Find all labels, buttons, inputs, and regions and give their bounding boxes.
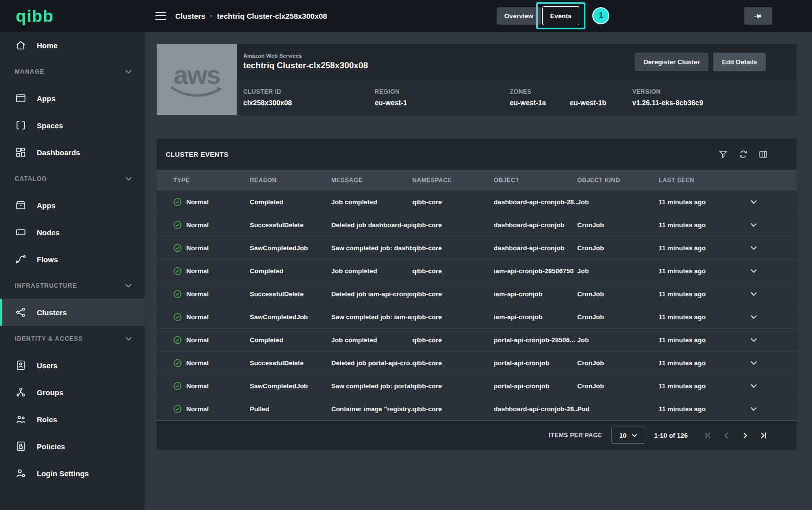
event-object: iam-api-cronjob (494, 290, 577, 298)
table-row[interactable]: Normal SawCompletedJob Saw completed job… (157, 305, 797, 328)
sidebar-item-clusters[interactable]: Clusters (0, 299, 145, 326)
event-type-cell: Normal (173, 221, 250, 229)
success-check-icon (173, 267, 182, 275)
qibb-logo[interactable]: qibb (16, 6, 54, 26)
aws-logo-text: aws (174, 62, 220, 88)
event-object-kind: CronJob (577, 290, 659, 298)
success-check-icon (173, 359, 182, 367)
last-page-icon[interactable] (759, 431, 768, 440)
sidebar-item-nodes[interactable]: Nodes (0, 219, 145, 246)
event-message: Job completed (331, 198, 412, 206)
pagination-controls (704, 431, 768, 440)
pin-icon (753, 10, 764, 21)
events-card-header: CLUSTER EVENTS (157, 139, 797, 170)
table-row[interactable]: Normal Pulled Container image "registry.… (157, 397, 797, 420)
sidebar-item-policies[interactable]: Policies (0, 433, 145, 460)
cluster-summary-card: aws Amazon Web Services techtriq Cluster… (157, 44, 797, 115)
table-row[interactable]: Normal Completed Job completed qibb-core… (157, 328, 797, 351)
sidebar-item-label: Nodes (37, 228, 60, 237)
tab-events[interactable]: Events (542, 6, 580, 25)
row-expand-button[interactable] (740, 407, 768, 411)
event-last-seen: 11 minutes ago (659, 405, 740, 413)
table-columns-icon[interactable] (759, 150, 768, 159)
success-check-icon (173, 382, 182, 390)
provider-label: Amazon Web Services (243, 53, 368, 59)
event-object: dashboard-api-cronjob (494, 244, 577, 252)
chevron-down-icon (125, 177, 132, 181)
deregister-cluster-button[interactable]: Deregister Cluster (635, 53, 708, 71)
sidebar-item-users[interactable]: Users (0, 352, 145, 379)
sidebar-item-apps-catalog[interactable]: Apps (0, 192, 145, 219)
prev-page-icon[interactable] (722, 431, 731, 440)
event-reason: Completed (250, 336, 331, 344)
first-page-icon[interactable] (704, 431, 712, 440)
sidebar-item-login-settings[interactable]: Login Settings (0, 460, 145, 487)
event-type-cell: Normal (173, 382, 250, 390)
sidebar-item-flows[interactable]: Flows (0, 246, 145, 273)
table-row[interactable]: Normal Completed Job completed qibb-core… (157, 259, 797, 282)
sidebar-section-infrastructure[interactable]: INFRASTRUCTURE (0, 273, 145, 299)
chevron-down-icon (750, 384, 757, 388)
row-expand-button[interactable] (740, 292, 768, 296)
event-reason: Completed (250, 267, 331, 275)
table-row[interactable]: Normal SuccessfulDelete Deleted job dash… (157, 213, 797, 236)
sidebar-item-apps-manage[interactable]: Apps (0, 85, 145, 112)
row-expand-button[interactable] (740, 223, 768, 227)
success-check-icon (173, 336, 182, 344)
sidebar-section-identity-access[interactable]: IDENTITY & ACCESS (0, 326, 145, 352)
filter-icon[interactable] (719, 150, 728, 159)
event-message: Deleted job dashboard-api... (331, 221, 412, 229)
row-expand-button[interactable] (740, 269, 768, 273)
event-object-kind: CronJob (577, 313, 659, 321)
tab-overview[interactable]: Overview (497, 7, 541, 25)
table-row[interactable]: Normal SuccessfulDelete Deleted job port… (157, 351, 797, 374)
row-expand-button[interactable] (740, 361, 768, 365)
menu-icon[interactable] (155, 12, 166, 20)
pin-button[interactable] (744, 7, 772, 25)
table-row[interactable]: Normal Completed Job completed qibb-core… (157, 190, 797, 213)
page-size-select[interactable]: 10 (611, 427, 645, 444)
sidebar-item-spaces[interactable]: Spaces (0, 112, 145, 139)
event-object-kind: CronJob (577, 359, 659, 367)
sidebar-section-catalog[interactable]: CATALOG (0, 166, 145, 192)
breadcrumb-clusters-link[interactable]: Clusters (175, 12, 205, 20)
event-namespace: qibb-core (412, 382, 494, 390)
topbar: qibb Clusters • techtriq Cluster-clx258x… (0, 0, 812, 32)
event-object: iam-api-cronjob (494, 313, 577, 321)
sidebar-section-manage[interactable]: MANAGE (0, 59, 145, 85)
sidebar-item-dashboards[interactable]: Dashboards (0, 139, 145, 166)
sidebar-item-groups[interactable]: Groups (0, 379, 145, 406)
flows-icon (15, 253, 27, 265)
event-last-seen: 11 minutes ago (659, 336, 740, 344)
aws-provider-logo: aws (157, 44, 237, 115)
sidebar-item-label: Flows (37, 255, 58, 264)
event-type: Normal (186, 267, 209, 275)
event-namespace: qibb-core (412, 313, 494, 321)
row-expand-button[interactable] (740, 246, 768, 250)
row-expand-button[interactable] (740, 315, 768, 319)
refresh-icon[interactable] (739, 150, 748, 159)
sidebar-item-home[interactable]: Home (0, 32, 145, 59)
event-object-kind: Job (577, 198, 659, 206)
event-last-seen: 11 minutes ago (659, 313, 740, 321)
dashboards-icon (15, 146, 27, 158)
sidebar-item-roles[interactable]: Roles (0, 406, 145, 433)
row-expand-button[interactable] (740, 338, 768, 342)
table-row[interactable]: Normal SawCompletedJob Saw completed job… (157, 374, 797, 397)
event-message: Deleted job portal-api-cro... (331, 359, 412, 367)
table-row[interactable]: Normal SuccessfulDelete Deleted job iam-… (157, 282, 797, 305)
row-expand-button[interactable] (740, 200, 768, 204)
events-card-title: CLUSTER EVENTS (166, 151, 228, 158)
next-page-icon[interactable] (741, 431, 749, 440)
breadcrumb: Clusters • techtriq Cluster-clx258x300x0… (175, 12, 327, 20)
success-check-icon (173, 405, 182, 413)
table-row[interactable]: Normal SawCompletedJob Saw completed job… (157, 236, 797, 259)
cluster-info: Amazon Web Services techtriq Cluster-clx… (237, 44, 797, 115)
detail-region: REGION eu-west-1 (375, 88, 510, 107)
event-object-kind: CronJob (577, 382, 659, 390)
clusters-icon (15, 306, 27, 318)
row-expand-button[interactable] (740, 384, 768, 388)
edit-details-button[interactable]: Edit Details (713, 53, 766, 71)
sidebar-item-label: Dashboards (37, 148, 80, 157)
success-check-icon (173, 221, 182, 229)
